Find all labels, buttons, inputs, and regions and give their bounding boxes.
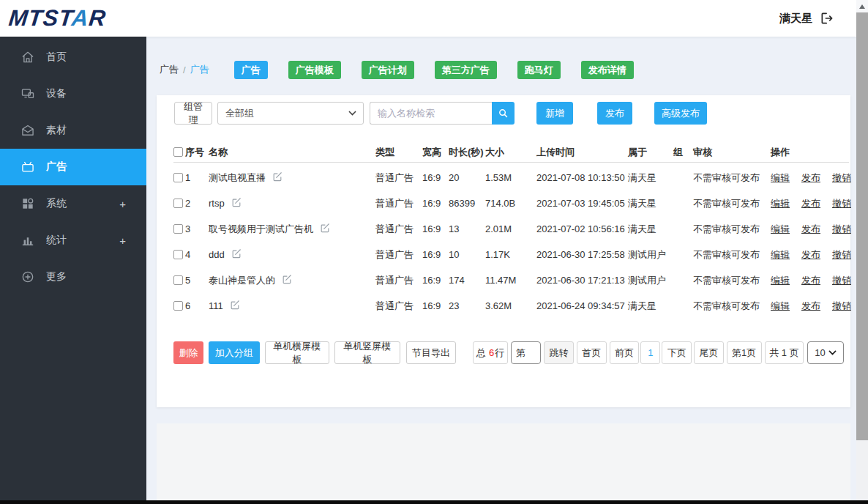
breadcrumb-root[interactable]: 广告 [160,63,179,76]
sidebar-item-system[interactable]: 系统 + [0,185,146,222]
tab-publish-detail[interactable]: 发布详情 [581,61,634,79]
row-owner: 满天星 [628,197,673,210]
sidebar-item-device[interactable]: 设备 [0,75,146,112]
row-owner: 满天星 [628,300,673,313]
tab-third-party-ad[interactable]: 第三方广告 [435,61,497,79]
add-button[interactable]: 新增 [536,102,573,125]
edit-name-icon[interactable] [272,171,283,184]
publish-link[interactable]: 发布 [801,197,820,210]
logout-icon[interactable] [820,11,834,26]
page-size-value[interactable]: 10 [807,341,844,364]
group-filter-value[interactable]: 全部组 [217,102,364,125]
expand-plus-icon[interactable]: + [119,234,126,247]
row-index: 4 [185,249,209,260]
tab-ad-plan[interactable]: 广告计划 [362,61,414,79]
current-page-number[interactable]: 1 [640,341,660,364]
scrollbar-up-arrow-icon[interactable] [856,0,868,12]
edit-link[interactable]: 编辑 [771,197,790,210]
sidebar-item-label: 广告 [46,160,67,174]
row-checkbox[interactable] [173,275,183,285]
tab-ad[interactable]: 广告 [234,61,268,79]
search-icon [498,108,509,119]
expand-plus-icon[interactable]: + [119,198,126,210]
row-index: 5 [185,275,209,286]
add-to-group-button[interactable]: 加入分组 [209,341,260,364]
delete-button[interactable]: 删除 [173,341,203,364]
edit-link[interactable]: 编辑 [771,171,790,185]
page-size-select[interactable]: 10 [807,341,844,364]
last-page-button[interactable]: 尾页 [694,341,724,364]
edit-name-icon[interactable] [231,197,242,210]
row-index: 3 [185,223,209,234]
table-body: 1 测试电视直播 普通广告 16:9 20 1.53M 2021-07-08 1… [173,165,849,319]
row-checkbox[interactable] [173,199,183,208]
landscape-template-button[interactable]: 单机横屏模板 [265,341,330,364]
edit-link[interactable]: 编辑 [771,223,790,236]
edit-name-icon[interactable] [320,223,330,235]
tab-ad-template[interactable]: 广告模板 [288,61,341,79]
col-type: 类型 [375,146,422,159]
row-duration: 174 [449,275,485,286]
prev-page-button[interactable]: 前页 [610,341,640,364]
group-filter-select[interactable]: 全部组 [217,102,364,125]
row-duration: 86399 [449,198,485,209]
publish-link[interactable]: 发布 [801,248,820,262]
app-header: MTSTAR 满天星 [0,0,856,37]
publish-link[interactable]: 发布 [801,171,820,185]
publish-link[interactable]: 发布 [801,223,820,236]
row-checkbox[interactable] [173,224,183,234]
row-name: rtsp [209,198,225,209]
tab-marquee[interactable]: 跑马灯 [517,61,561,79]
revoke-link[interactable]: 撤销 [832,197,851,210]
row-checkbox[interactable] [173,250,183,259]
breadcrumb-current[interactable]: 广告 [190,63,209,76]
scrollbar-thumb[interactable] [856,12,868,440]
page-jump-button[interactable]: 跳转 [544,341,574,364]
edit-link[interactable]: 编辑 [771,300,790,313]
edit-name-icon[interactable] [230,300,240,312]
sidebar-item-more[interactable]: 更多 [0,259,146,295]
material-icon [20,123,35,138]
search-input[interactable] [370,102,492,125]
breadcrumb: 广告 / 广告 [160,63,209,76]
sidebar-item-stats[interactable]: 统计 + [0,222,146,259]
table-row: 4 ddd 普通广告 16:9 10 1.17K 2021-06-30 17:2… [173,242,849,267]
revoke-link[interactable]: 撤销 [832,171,851,185]
sidebar-item-material[interactable]: 素材 [0,112,146,149]
row-type: 普通广告 [375,248,422,262]
advanced-publish-button[interactable]: 高级发布 [654,102,707,125]
publish-button[interactable]: 发布 [597,102,632,125]
row-checkbox[interactable] [173,301,183,311]
row-checkbox[interactable] [173,173,183,182]
next-page-button[interactable]: 下页 [662,341,692,364]
sidebar-item-ad[interactable]: 广告 [0,149,146,185]
page-jump-input[interactable] [511,341,541,364]
row-type: 普通广告 [375,223,422,236]
group-manage-button[interactable]: 组管理 [174,102,212,125]
table-row: 3 取号视频用于测试广告机 普通广告 16:9 13 2.01M 2021-07… [173,216,849,242]
home-icon [20,50,35,64]
edit-link[interactable]: 编辑 [771,248,790,262]
row-size: 3.62M [485,300,536,311]
row-duration: 23 [449,300,485,311]
device-icon [20,86,35,101]
revoke-link[interactable]: 撤销 [832,274,851,287]
revoke-link[interactable]: 撤销 [832,248,851,262]
publish-link[interactable]: 发布 [801,274,820,287]
edit-name-icon[interactable] [231,248,242,261]
edit-link[interactable]: 编辑 [771,274,790,287]
first-page-button[interactable]: 首页 [577,341,607,364]
select-all-checkbox[interactable] [173,147,183,157]
search-button[interactable] [492,102,515,125]
portrait-template-button[interactable]: 单机竖屏模板 [334,341,400,364]
more-icon [20,270,35,284]
program-export-button[interactable]: 节目导出 [406,341,457,364]
revoke-link[interactable]: 撤销 [832,223,851,236]
col-name: 名称 [209,146,375,159]
sidebar-item-home[interactable]: 首页 [0,39,146,75]
revoke-link[interactable]: 撤销 [832,300,851,313]
edit-name-icon[interactable] [282,274,292,286]
publish-link[interactable]: 发布 [801,300,820,313]
mtstar-logo: MTSTAR [7,5,108,32]
vertical-scrollbar[interactable] [856,0,868,504]
